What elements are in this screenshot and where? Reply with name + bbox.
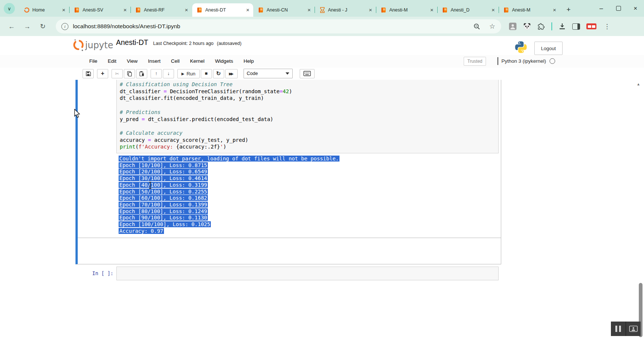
code-line[interactable]: # Predictions <box>120 109 498 116</box>
code-line[interactable]: y_pred = dt_classifier.predict(encoded_t… <box>120 116 498 123</box>
command-palette-button[interactable] <box>300 69 315 78</box>
selected-text: Epoch [40/100], Loss: 0.3199 <box>119 182 208 188</box>
menu-edit[interactable]: Edit <box>103 58 122 64</box>
output-line: Epoch [60/100], Loss: 0.1682 <box>119 195 339 202</box>
selected-code-cell[interactable]: # Classification using Decision Treedt_c… <box>75 80 501 264</box>
tab-search-chevron-icon[interactable]: ∨ <box>4 3 15 14</box>
tab-close-icon[interactable]: × <box>306 7 312 13</box>
profile-extension-icon[interactable] <box>509 22 517 30</box>
play-icon: ▶ <box>181 72 184 76</box>
code-line[interactable]: dt_classifier.fit(encoded_train_data, y_… <box>120 95 498 102</box>
output-line: Epoch [30/100], Loss: 0.4614 <box>119 175 339 182</box>
scrollbar-up-icon[interactable]: ▲ <box>637 82 640 86</box>
selected-text: Epoch [60/100], Loss: 0.1682 <box>119 195 208 201</box>
notebook-menubar: FileEditViewInsertCellKernelWidgetsHelp … <box>0 55 644 68</box>
browser-tab-anesti-sv[interactable]: Anesti-SV× <box>70 3 131 17</box>
output-line: Epoch [20/100], Loss: 0.6549 <box>119 169 339 175</box>
address-bar-actions: ☆ <box>473 19 495 33</box>
browser-tab-anesti-m[interactable]: Anesti-M× <box>376 3 437 17</box>
cell-type-select[interactable]: Code <box>244 69 293 78</box>
add-cell-button[interactable]: + <box>97 69 108 78</box>
site-info-icon[interactable]: i <box>61 23 68 30</box>
restart-kernel-button[interactable]: ↻ <box>213 69 224 78</box>
extensions-puzzle-icon[interactable] <box>537 23 545 30</box>
picture-in-picture-button[interactable] <box>625 322 641 336</box>
code-line[interactable] <box>120 102 498 109</box>
download-icon[interactable] <box>558 23 566 30</box>
side-panel-icon[interactable] <box>572 23 580 30</box>
menu-widgets[interactable]: Widgets <box>210 58 238 64</box>
run-button[interactable]: ▶ Run <box>177 69 200 78</box>
cut-cell-button[interactable]: ✂ <box>112 69 123 78</box>
svg-text:jupyter: jupyter <box>85 40 114 50</box>
toolbar-separator <box>551 22 552 30</box>
interrupt-kernel-button[interactable]: ■ <box>201 69 212 78</box>
menu-view[interactable]: View <box>122 58 143 64</box>
code-line[interactable]: # Calculate accuracy <box>120 130 498 137</box>
browser-tab-anesti-j[interactable]: Anesti - J× <box>315 3 376 17</box>
tab-close-icon[interactable]: × <box>490 7 496 13</box>
address-bar[interactable]: i localhost:8889/notebooks/Anesti-DT.ipy… <box>56 19 501 33</box>
window-close-icon[interactable]: × <box>627 0 644 17</box>
save-button[interactable] <box>83 69 94 78</box>
panda-extension-icon[interactable] <box>523 23 531 30</box>
output-line: Epoch [50/100], Loss: 0.2255 <box>119 189 339 195</box>
tab-close-icon[interactable]: × <box>245 7 251 13</box>
move-cell-down-button[interactable]: ↓ <box>163 69 174 78</box>
browser-menu-kebab-icon[interactable]: ⋮ <box>603 23 611 30</box>
jupyter-logo[interactable]: jupyter <box>72 37 114 53</box>
copy-cell-button[interactable] <box>124 69 135 78</box>
move-cell-up-button[interactable]: ↑ <box>151 69 162 78</box>
trusted-badge[interactable]: Trusted <box>464 57 486 66</box>
browser-tab-anesti-m[interactable]: Anesti-M× <box>499 3 560 17</box>
window-minimize-icon[interactable]: – <box>593 0 610 17</box>
code-line[interactable]: accuracy = accuracy_score(y_test, y_pred… <box>120 137 498 144</box>
notebook-title[interactable]: Anesti-DT <box>116 38 148 47</box>
back-icon[interactable]: ← <box>5 20 18 33</box>
browser-window: ∨ Home×Anesti-SV×Anesti-RF×Anesti-DT×Ane… <box>0 0 644 339</box>
menu-kernel[interactable]: Kernel <box>185 58 210 64</box>
kernel-divider <box>498 57 498 65</box>
new-tab-button[interactable]: + <box>564 5 573 14</box>
tab-close-icon[interactable]: × <box>183 7 190 13</box>
notebook-scroll-area[interactable]: # Classification using Decision Treedt_c… <box>0 80 644 339</box>
tab-close-icon[interactable]: × <box>551 7 558 13</box>
red-extension-badge-icon[interactable] <box>586 23 596 29</box>
browser-tab-anesti-cn[interactable]: Anesti-CN× <box>254 3 315 17</box>
tab-close-icon[interactable]: × <box>122 7 128 13</box>
tab-close-icon[interactable]: × <box>367 7 374 13</box>
browser-tab-home[interactable]: Home× <box>19 3 69 17</box>
browser-tab-anesti-d[interactable]: Anesti_D× <box>438 3 499 17</box>
paste-cell-button[interactable] <box>136 69 147 78</box>
pause-button[interactable] <box>611 322 625 336</box>
restart-run-all-button[interactable]: ▶▶ <box>225 69 238 78</box>
menu-cell[interactable]: Cell <box>166 58 185 64</box>
tab-close-icon[interactable]: × <box>429 7 435 13</box>
notebook-icon <box>74 7 80 13</box>
tab-close-icon[interactable]: × <box>61 7 67 13</box>
text-cursor <box>148 182 152 189</box>
empty-code-cell[interactable] <box>116 267 499 280</box>
code-line[interactable] <box>120 123 498 130</box>
window-maximize-icon[interactable] <box>610 0 627 17</box>
forward-icon[interactable]: → <box>21 20 33 33</box>
url-text[interactable]: localhost:8889/notebooks/Anesti-DT.ipynb <box>73 23 180 30</box>
zoom-icon[interactable] <box>473 23 480 30</box>
code-line[interactable]: print(f'Accuracy: {accuracy:.2f}') <box>120 143 498 150</box>
menu-file[interactable]: File <box>84 58 103 64</box>
code-line[interactable]: dt_classifier = DecisionTreeClassifier(r… <box>120 88 498 95</box>
tab-label: Anesti_D <box>451 7 487 13</box>
reload-icon[interactable]: ↻ <box>36 20 49 33</box>
code-line[interactable]: # Classification using Decision Tree <box>120 81 498 88</box>
maximize-box-icon <box>616 6 621 11</box>
browser-tab-anesti-dt[interactable]: Anesti-DT× <box>192 3 253 17</box>
browser-tab-anesti-rf[interactable]: Anesti-RF× <box>131 3 192 17</box>
tab-strip: Home×Anesti-SV×Anesti-RF×Anesti-DT×Anest… <box>19 0 573 17</box>
bookmark-star-icon[interactable]: ☆ <box>489 22 495 30</box>
logout-button[interactable]: Logout <box>534 42 563 55</box>
menu-insert[interactable]: Insert <box>143 58 166 64</box>
input-prompt: In [ ]: <box>75 270 113 276</box>
menu-help[interactable]: Help <box>238 58 259 64</box>
window-controls: – × <box>593 0 644 17</box>
code-editor[interactable]: # Classification using Decision Treedt_c… <box>116 80 499 153</box>
